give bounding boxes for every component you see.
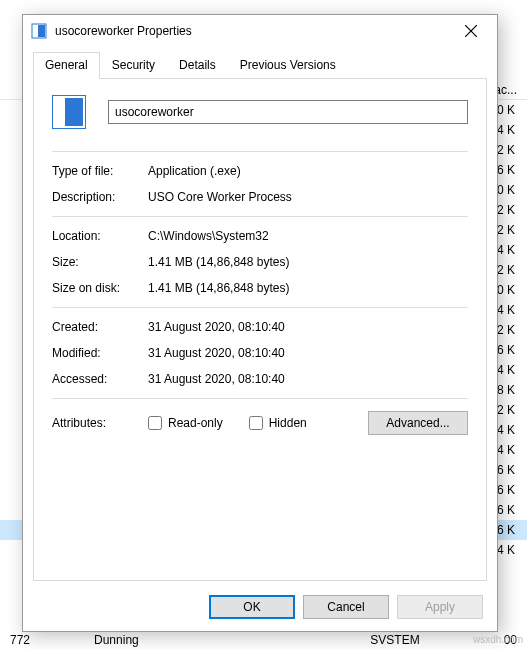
advanced-button[interactable]: Advanced...: [368, 411, 468, 435]
bg-row-value: 4 K: [497, 443, 515, 457]
bg-row-value: 6 K: [497, 523, 515, 537]
bg-row-value: 6 K: [497, 163, 515, 177]
readonly-checkbox-input[interactable]: [148, 416, 162, 430]
bg-row-value: 6 K: [497, 463, 515, 477]
bg-row-value: 0 K: [497, 103, 515, 117]
bg-row-value: 6 K: [497, 483, 515, 497]
dialog-title: usocoreworker Properties: [55, 24, 451, 38]
size-on-disk-value: 1.41 MB (14,86,848 bytes): [148, 281, 468, 295]
bg-row-value: 2 K: [497, 323, 515, 337]
bg-row-value: 2 K: [497, 403, 515, 417]
bg-row-value: 4 K: [497, 303, 515, 317]
bg-footer-user: SVSTEM: [370, 633, 419, 647]
cancel-button[interactable]: Cancel: [303, 595, 389, 619]
bg-row-value: 4 K: [497, 243, 515, 257]
type-of-file-label: Type of file:: [52, 164, 148, 178]
application-icon: [31, 23, 47, 39]
filename-input[interactable]: [108, 100, 468, 124]
location-label: Location:: [52, 229, 148, 243]
bg-row-value: 4 K: [497, 423, 515, 437]
description-label: Description:: [52, 190, 148, 204]
size-value: 1.41 MB (14,86,848 bytes): [148, 255, 468, 269]
bg-row-value: 4 K: [497, 123, 515, 137]
accessed-value: 31 August 2020, 08:10:40: [148, 372, 468, 386]
close-button[interactable]: [451, 17, 491, 45]
watermark: wsxdh.com: [473, 634, 523, 645]
ok-button[interactable]: OK: [209, 595, 295, 619]
readonly-checkbox-label: Read-only: [168, 416, 223, 430]
hidden-checkbox-label: Hidden: [269, 416, 307, 430]
size-on-disk-label: Size on disk:: [52, 281, 148, 295]
bg-row-value: 0 K: [497, 183, 515, 197]
modified-label: Modified:: [52, 346, 148, 360]
bg-row-value: 2 K: [497, 203, 515, 217]
tab-previous-versions[interactable]: Previous Versions: [228, 52, 348, 79]
bg-row-value: 2 K: [497, 263, 515, 277]
bg-row-value: 2 K: [497, 223, 515, 237]
tab-details[interactable]: Details: [167, 52, 228, 79]
created-value: 31 August 2020, 08:10:40: [148, 320, 468, 334]
bg-row-value: 6 K: [497, 503, 515, 517]
hidden-checkbox-input[interactable]: [249, 416, 263, 430]
apply-button: Apply: [397, 595, 483, 619]
type-of-file-value: Application (.exe): [148, 164, 468, 178]
bg-footer-status: Dunning: [94, 633, 139, 647]
accessed-label: Accessed:: [52, 372, 148, 386]
hidden-checkbox[interactable]: Hidden: [249, 416, 307, 430]
file-type-icon: [52, 95, 86, 129]
bg-row-value: 2 K: [497, 143, 515, 157]
bg-row-value: 8 K: [497, 383, 515, 397]
bg-row-value: 4 K: [497, 363, 515, 377]
tab-general[interactable]: General: [33, 52, 100, 79]
tab-body-general: Type of file: Application (.exe) Descrip…: [33, 78, 487, 581]
separator: [52, 216, 468, 217]
titlebar: usocoreworker Properties: [23, 15, 497, 47]
bg-row-value: 4 K: [497, 543, 515, 557]
readonly-checkbox[interactable]: Read-only: [148, 416, 223, 430]
separator: [52, 307, 468, 308]
bg-footer-pid: 772: [10, 633, 30, 647]
separator: [52, 398, 468, 399]
properties-dialog: usocoreworker Properties General Securit…: [22, 14, 498, 632]
dialog-buttons: OK Cancel Apply: [23, 587, 497, 631]
bg-row-value: 0 K: [497, 283, 515, 297]
created-label: Created:: [52, 320, 148, 334]
bg-row-value: 6 K: [497, 343, 515, 357]
tab-strip: General Security Details Previous Versio…: [23, 47, 497, 78]
description-value: USO Core Worker Process: [148, 190, 468, 204]
location-value: C:\Windows\System32: [148, 229, 468, 243]
tab-security[interactable]: Security: [100, 52, 167, 79]
attributes-label: Attributes:: [52, 416, 148, 430]
svg-rect-1: [38, 25, 45, 37]
size-label: Size:: [52, 255, 148, 269]
bg-footer-row: 772 Dunning SVSTEM 00: [0, 631, 527, 649]
close-icon: [465, 25, 477, 37]
separator: [52, 151, 468, 152]
modified-value: 31 August 2020, 08:10:40: [148, 346, 468, 360]
